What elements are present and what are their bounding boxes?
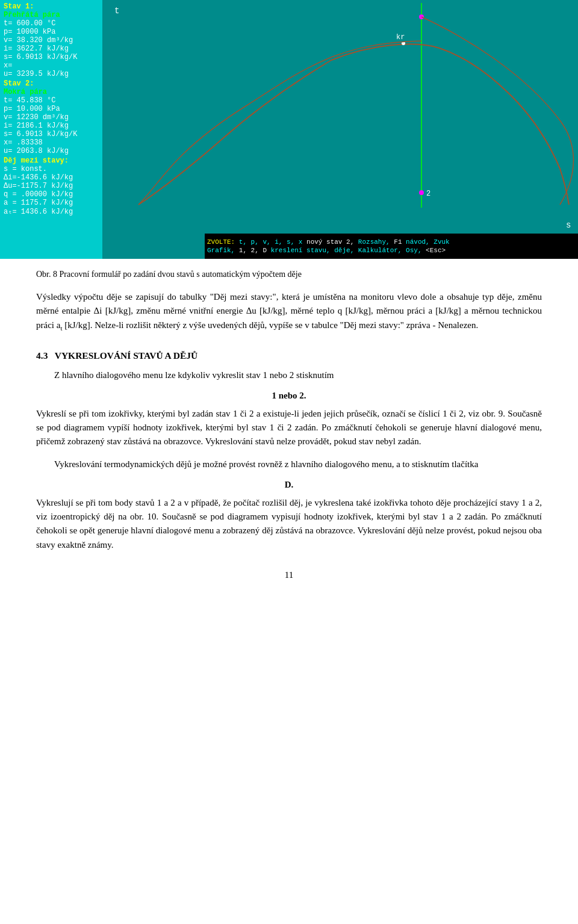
menu-esc: <Esc> <box>426 247 446 254</box>
ts-diagram: t s kr 2 <box>102 0 578 234</box>
section-intro-text: Z hlavního dialogového menu lze kdykoliv… <box>54 370 334 380</box>
at-value: aₜ= 1436.6 kJ/kg <box>4 207 99 216</box>
screenshot-area: Stav 1: Přehřátá pára t= 600.00 °C p= 10… <box>0 0 578 259</box>
one-or-two-label: 1 nebo 2. <box>36 391 542 401</box>
paragraph-4: Vykreslují se při tom body stavů 1 a 2 a… <box>36 496 542 552</box>
kr-label: kr <box>396 33 405 42</box>
menu-zvuk: Zvuk <box>434 238 449 246</box>
svg-point-5 <box>419 190 424 195</box>
p1-value: p= 10000 kPa <box>4 28 99 36</box>
stav1-sub: Přehřátá pára <box>4 11 99 19</box>
menu-bar: ZVOLTE: t, p, v, i, s, x nový stav 2, Ro… <box>205 234 578 259</box>
v2-value: v= 12230 dm³/kg <box>4 113 99 122</box>
x1-value: x= <box>4 61 99 70</box>
s-axis-label: s <box>566 220 571 230</box>
menu-line-2: Grafik, 1, 2, D kreslení stavu, děje, Ka… <box>205 246 578 255</box>
point2-label: 2 <box>426 190 430 198</box>
s2-value: s= 6.9013 kJ/kg/K <box>4 130 99 138</box>
v1-value: v= 38.320 dm³/kg <box>4 36 99 45</box>
left-panel: Stav 1: Přehřátá pára t= 600.00 °C p= 10… <box>0 0 102 259</box>
u2-value: u= 2063.8 kJ/kg <box>4 147 99 155</box>
s1-value: s= 6.9013 kJ/kg/K <box>4 53 99 61</box>
menu-line-1: ZVOLTE: t, p, v, i, s, x nový stav 2, Ro… <box>205 238 578 246</box>
p3-text: Vykreslování termodynamických dějů je mo… <box>54 459 478 469</box>
i1-value: i= 3622.7 kJ/kg <box>4 45 99 53</box>
p2-value: p= 10.000 kPa <box>4 105 99 113</box>
section-title: VYKRESLOVÁNÍ STAVŮ A DĚJŮ <box>55 350 198 361</box>
dej-heading: Děj mezi stavy: <box>4 157 99 165</box>
delta-i: Δi=-1436.6 kJ/kg <box>4 173 99 182</box>
text-body: Obr. 8 Pracovní formulář po zadání dvou … <box>18 270 560 580</box>
menu-f1: F1 <box>394 238 402 246</box>
menu-12d: 1, 2, D <box>239 247 271 254</box>
menu-rozsahy: Rozsahy, <box>358 238 394 246</box>
page-num-text: 11 <box>285 570 293 580</box>
menu-zvolte: ZVOLTE: <box>207 238 239 246</box>
figure-caption: Obr. 8 Pracovní formulář po zadání dvou … <box>36 270 542 279</box>
caption-text: Obr. 8 Pracovní formulář po zadání dvou … <box>36 270 302 279</box>
menu-kalk: Kalkulátor, <box>358 247 406 254</box>
a-value: a = 1175.7 kJ/kg <box>4 199 99 207</box>
x2-value: x= .83338 <box>4 138 99 147</box>
section-num: 4.3 <box>36 350 48 361</box>
stav2-heading: Stav 2: <box>4 79 99 88</box>
d-label-text: D. <box>285 480 294 489</box>
s-konst: s = konst. <box>4 165 99 173</box>
paragraph-1: Výsledky výpočtu děje se zapisují do tab… <box>36 290 542 333</box>
t-axis-label: t <box>114 6 119 16</box>
section-heading: 4.3 VYKRESLOVÁNÍ STAVŮ A DĚJŮ <box>36 350 542 361</box>
menu-novy: nový stav 2, <box>306 238 358 246</box>
svg-rect-0 <box>102 0 578 234</box>
stav2-sub: Mokrá pára <box>4 88 99 96</box>
menu-grafik: Grafik, <box>207 247 239 254</box>
paragraph-2: Vykreslí se při tom izokřivky, kterými b… <box>36 407 542 449</box>
page-number: 11 <box>36 570 542 580</box>
d-label-container: D. <box>36 480 542 490</box>
menu-options-1: t, p, v, i, s, x <box>239 238 306 246</box>
stav1-heading: Stav 1: <box>4 2 99 11</box>
one-or-two-text: 1 nebo 2. <box>272 391 306 400</box>
t1-value: t= 600.00 °C <box>4 19 99 28</box>
t2-value: t= 45.838 °C <box>4 96 99 105</box>
section-intro: Z hlavního dialogového menu lze kdykoliv… <box>36 368 542 382</box>
menu-kresl: kreslení stavu, děje, <box>271 247 358 254</box>
p2-text: Vykreslí se při tom izokřivky, kterými b… <box>36 409 542 447</box>
i2-value: i= 2186.1 kJ/kg <box>4 122 99 130</box>
p4-text: Vykreslují se při tom body stavů 1 a 2 a… <box>36 498 542 550</box>
p1-end: [kJ/kg]. Nelze-li rozlišit některý z výš… <box>62 320 478 330</box>
diagram-area: t s kr 2 <box>102 0 578 259</box>
paragraph-3: Vykreslování termodynamických dějů je mo… <box>36 457 542 471</box>
menu-osy: Osy, <box>406 247 426 254</box>
u1-value: u= 3239.5 kJ/kg <box>4 70 99 78</box>
q-value: q = .00000 kJ/kg <box>4 190 99 199</box>
delta-u: Δu=-1175.7 kJ/kg <box>4 182 99 190</box>
menu-navod: návod, <box>406 238 434 246</box>
